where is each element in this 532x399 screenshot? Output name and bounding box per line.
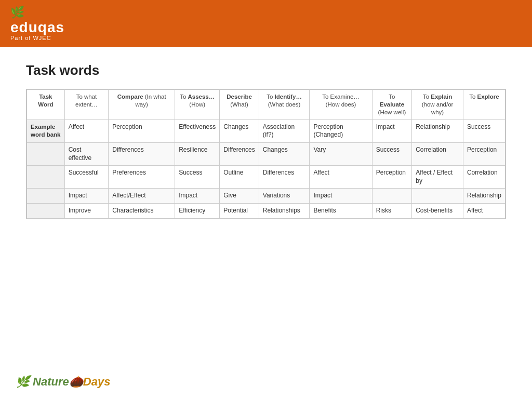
task-words-table-wrapper: Task Word To whatextent… Compare (In wha… [26, 89, 506, 219]
cell: Relationship [463, 189, 505, 204]
table-row: Improve Characteristics Efficiency Poten… [27, 203, 506, 218]
table-row: Impact Affect/Effect Impact Give Variati… [27, 189, 506, 204]
nature-days-logo: 🌿 Nature🌰Days [16, 375, 110, 389]
cell: Differences [220, 143, 259, 166]
cell: Perception [463, 143, 505, 166]
cell: Success [463, 119, 505, 142]
table-body: Exampleword bank Affect Perception Effec… [27, 119, 506, 218]
logo: 🌿 eduqas Part of WJEC [10, 6, 64, 41]
col-to-what-extent: To whatextent… [64, 90, 109, 120]
logo-name: eduqas [10, 20, 64, 35]
cell: Improve [64, 203, 109, 218]
cell: Perception (Changed) [310, 119, 372, 142]
leaf-icon: 🌿 [10, 6, 24, 19]
col-compare: Compare (In what way) [109, 90, 175, 120]
cell: Perception [109, 119, 175, 142]
cell: Association (if?) [259, 119, 310, 142]
cell: Correlation [412, 143, 463, 166]
cell [412, 189, 463, 204]
cell: Success [175, 166, 220, 189]
cell: Affect [463, 203, 505, 218]
cell: Impact [64, 189, 109, 204]
cell: Characteristics [109, 203, 175, 218]
cell: Affect [64, 119, 109, 142]
cell: Outline [220, 166, 259, 189]
col-task-word-label: Task Word [38, 94, 53, 108]
col-assess: To Assess…(How) [175, 90, 220, 120]
logo-subtitle: Part of WJEC [10, 35, 51, 41]
col-explain: To Explain(how and/or why) [412, 90, 463, 120]
cell: Success [372, 143, 412, 166]
days-text: 🌰Days [69, 375, 111, 388]
cell: Impact [372, 119, 412, 142]
table-row: Successful Preferences Success Outline D… [27, 166, 506, 189]
table-header-row: Task Word To whatextent… Compare (In wha… [27, 90, 506, 120]
header: 🌿 eduqas Part of WJEC [0, 0, 532, 47]
cell: Benefits [310, 203, 372, 218]
cell: Differences [259, 166, 310, 189]
cell: Affect [310, 166, 372, 189]
cell: Successful [64, 166, 109, 189]
cell: Vary [310, 143, 372, 166]
cell: Resilience [175, 143, 220, 166]
row-label-empty [27, 203, 65, 218]
cell: Correlation [463, 166, 505, 189]
cell: Changes [220, 119, 259, 142]
cell: Impact [310, 189, 372, 204]
nature-text: 🌿 Nature [16, 375, 69, 388]
row-label-empty [27, 166, 65, 189]
col-explore: To Explore [463, 90, 505, 120]
cell: Cost effective [64, 143, 109, 166]
cell: Efficiency [175, 203, 220, 218]
main-content: Task words Task Word To whatextent… Comp… [0, 47, 532, 230]
col-evaluate: To Evaluate(How well) [372, 90, 412, 120]
cell: Preferences [109, 166, 175, 189]
cell: Changes [259, 143, 310, 166]
col-identify: To Identify…(What does) [259, 90, 310, 120]
cell: Relationships [259, 203, 310, 218]
col-task-word: Task Word [27, 90, 65, 120]
cell: Give [220, 189, 259, 204]
cell: Differences [109, 143, 175, 166]
row-label-example: Exampleword bank [27, 119, 65, 142]
cell: Risks [372, 203, 412, 218]
cell: Effectiveness [175, 119, 220, 142]
cell: Cost-benefits [412, 203, 463, 218]
cell: Impact [175, 189, 220, 204]
cell: Potential [220, 203, 259, 218]
table-row: Cost effective Differences Resilience Di… [27, 143, 506, 166]
cell: Variations [259, 189, 310, 204]
task-words-table: Task Word To whatextent… Compare (In wha… [26, 89, 506, 219]
cell: Relationship [412, 119, 463, 142]
cell: Affect/Effect [109, 189, 175, 204]
cell [372, 189, 412, 204]
footer: 🌿 Nature🌰Days [16, 375, 110, 389]
page-title: Task words [26, 62, 506, 78]
col-examine: To Examine…(How does) [310, 90, 372, 120]
col-describe: Describe(What) [220, 90, 259, 120]
row-label-empty [27, 143, 65, 166]
row-label-empty [27, 189, 65, 204]
cell: Perception [372, 166, 412, 189]
cell: Affect / Effect by [412, 166, 463, 189]
table-row: Exampleword bank Affect Perception Effec… [27, 119, 506, 142]
